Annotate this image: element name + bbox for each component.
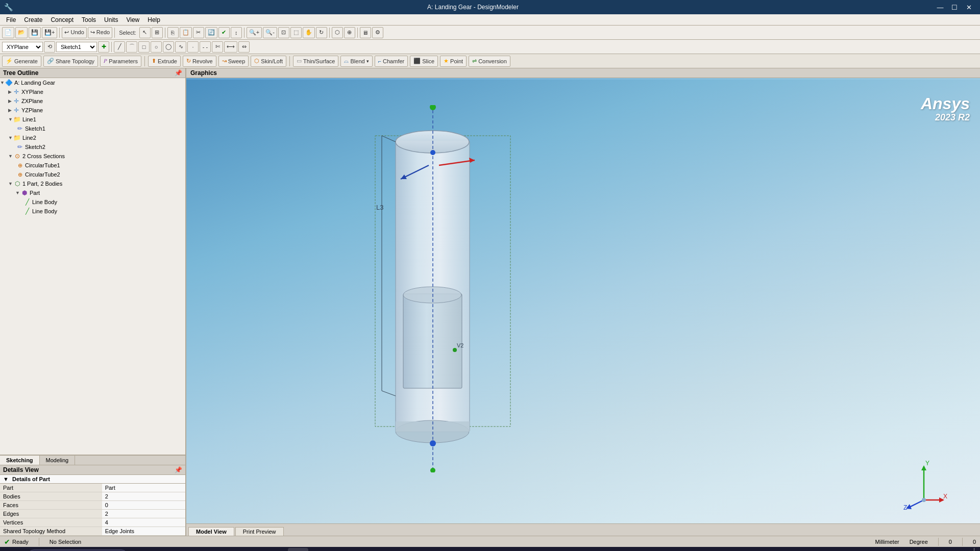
maximize-button[interactable]: ☐ xyxy=(947,0,962,14)
sweep-button[interactable]: ↝ Sweep xyxy=(218,56,249,67)
mirror-btn[interactable]: ⇔ xyxy=(238,41,250,53)
tree-item-linebody2[interactable]: ╱ Line Body xyxy=(0,207,185,216)
skin-loft-button[interactable]: ⬡ Skin/Loft xyxy=(251,56,286,67)
tree-item-yzplane[interactable]: ▶ ✛ YZPlane xyxy=(0,106,185,115)
tree-pin-icon[interactable]: 📌 xyxy=(175,69,182,77)
taskbar-app-dm[interactable]: DM xyxy=(288,548,308,551)
tree-item-part-bodies[interactable]: ▼ ⬡ 1 Part, 2 Bodies xyxy=(0,179,185,188)
taskbar-app-chrome[interactable] xyxy=(176,548,196,551)
task-view-button[interactable] xyxy=(131,548,151,551)
display-button[interactable]: 🖥 xyxy=(360,27,371,38)
plane-orient-button[interactable]: ⟲ xyxy=(44,41,55,53)
start-button[interactable] xyxy=(4,548,24,551)
tab-model-view[interactable]: Model View xyxy=(188,527,234,536)
extend-btn[interactable]: ⟷ xyxy=(224,41,237,53)
save-button[interactable]: 💾 xyxy=(29,27,41,38)
tab-sketching[interactable]: Sketching xyxy=(0,456,40,465)
tree-item-linebody1[interactable]: ╱ Line Body xyxy=(0,197,185,207)
tree-item-sketch1[interactable]: ✏ Sketch1 xyxy=(0,124,185,133)
parameters-button[interactable]: 𝑃 Parameters xyxy=(100,56,141,67)
conversion-button[interactable]: ⇌ Conversion xyxy=(469,56,510,67)
menu-help[interactable]: Help xyxy=(143,15,164,24)
save-all-button[interactable]: 💾+ xyxy=(42,27,57,38)
blend-button[interactable]: ⌓ Blend ▾ xyxy=(340,56,372,67)
paste-button[interactable]: 📋 xyxy=(180,27,192,38)
revolve-button[interactable]: ↻ Revolve xyxy=(183,56,216,67)
canvas-area[interactable]: Ansys 2023 R2 xyxy=(186,80,980,536)
extrude-button[interactable]: ⬆ Extrude xyxy=(148,56,181,67)
expand-root[interactable]: ▼ xyxy=(0,80,5,85)
ellipse-btn[interactable]: ◯ xyxy=(163,41,174,53)
menu-file[interactable]: File xyxy=(2,15,20,24)
tree-item-part[interactable]: ▼ ⬢ Part xyxy=(0,188,185,197)
spline-btn[interactable]: ∿ xyxy=(175,41,186,53)
tree-item-crosssections[interactable]: ▼ ⊙ 2 Cross Sections xyxy=(0,152,185,161)
minimize-button[interactable]: — xyxy=(933,0,947,14)
orient-button[interactable]: ⊕ xyxy=(344,27,355,38)
tab-modeling[interactable]: Modeling xyxy=(40,456,76,465)
tree-item-circulartube1[interactable]: ⊕ CircularTube1 xyxy=(0,161,185,170)
tree-item-xyplane[interactable]: ▶ ✛ XYPlane xyxy=(0,87,185,96)
zoom-box-button[interactable]: ⬚ xyxy=(290,27,302,38)
tree-item-root[interactable]: ▼ 🔷 A: Landing Gear xyxy=(0,78,185,87)
menu-concept[interactable]: Concept xyxy=(46,15,78,24)
tree-item-line1[interactable]: ▼ 📁 Line1 xyxy=(0,115,185,124)
menu-units[interactable]: Units xyxy=(100,15,122,24)
open-button[interactable]: 📂 xyxy=(15,27,28,38)
zoom-in-button[interactable]: 🔍+ xyxy=(247,27,262,38)
model-viewport[interactable]: L3 V2 xyxy=(339,105,697,472)
expand-partbodies[interactable]: ▼ xyxy=(8,181,13,186)
menu-view[interactable]: View xyxy=(122,15,143,24)
new-sketch-button[interactable]: ✚ xyxy=(98,41,109,53)
taskbar-app-wb[interactable]: WB xyxy=(265,548,286,551)
select-mode-1[interactable]: ↖ xyxy=(139,27,151,38)
view3d-button[interactable]: ⬡ xyxy=(332,27,343,38)
share-topology-button[interactable]: 🔗 Share Topology xyxy=(43,56,98,67)
copy-button[interactable]: ⎘ xyxy=(167,27,179,38)
redo-button[interactable]: ↪ Redo xyxy=(88,27,112,38)
tree-item-zxplane[interactable]: ▶ ✛ ZXPlane xyxy=(0,96,185,106)
section-expand-icon[interactable]: ▼ xyxy=(3,476,9,482)
cut-button[interactable]: ✂ xyxy=(193,27,204,38)
taskbar-app-word[interactable]: W xyxy=(198,548,218,551)
taskbar-app-explorer[interactable] xyxy=(153,548,174,551)
plane-selector[interactable]: XYPlane ZXPlane YZPlane xyxy=(2,42,43,52)
expand-crosssections[interactable]: ▼ xyxy=(8,154,13,159)
point-button[interactable]: ★ Point xyxy=(440,56,467,67)
new-button[interactable]: 📄 xyxy=(2,27,14,38)
green-button[interactable]: ✔ xyxy=(218,27,230,38)
menu-create[interactable]: Create xyxy=(20,15,46,24)
chamfer-button[interactable]: ⌐ Chamfer xyxy=(375,56,408,67)
line-btn[interactable]: ╱ xyxy=(114,41,125,53)
tab-print-preview[interactable]: Print Preview xyxy=(235,527,284,536)
expand-part[interactable]: ▼ xyxy=(15,190,20,195)
extra-button[interactable]: ⚙ xyxy=(372,27,383,38)
zoom-out-button[interactable]: 🔍- xyxy=(263,27,277,38)
taskbar-app-2[interactable]: W xyxy=(243,548,263,551)
sketch-selector[interactable]: Sketch1 Sketch2 xyxy=(56,42,97,52)
ref-button[interactable]: 🔄 xyxy=(205,27,217,38)
tree-item-sketch2[interactable]: ✏ Sketch2 xyxy=(0,142,185,152)
pan-button[interactable]: ✋ xyxy=(303,27,315,38)
undo-button[interactable]: ↩ Undo xyxy=(62,27,86,38)
construction-btn[interactable]: - - xyxy=(200,41,211,53)
fit-button[interactable]: ⊡ xyxy=(278,27,289,38)
taskbar-app-1[interactable]: A xyxy=(220,548,241,551)
slice-button[interactable]: ⬛ Slice xyxy=(410,56,438,67)
tree-item-circulartube2[interactable]: ⊕ CircularTube2 xyxy=(0,170,185,179)
move-button[interactable]: ↕ xyxy=(231,27,242,38)
close-button[interactable]: ✕ xyxy=(962,0,976,14)
generate-button[interactable]: ⚡ Generate xyxy=(2,56,41,67)
details-pin-icon[interactable]: 📌 xyxy=(175,466,182,473)
trim-btn[interactable]: ✄ xyxy=(212,41,223,53)
tree-item-line2[interactable]: ▼ 📁 Line2 xyxy=(0,133,185,142)
details-value-part[interactable]: Part xyxy=(102,484,185,492)
expand-line1[interactable]: ▼ xyxy=(8,117,13,122)
menu-tools[interactable]: Tools xyxy=(78,15,100,24)
expand-line2[interactable]: ▼ xyxy=(8,135,13,140)
rect-btn[interactable]: □ xyxy=(138,41,150,53)
thin-surface-button[interactable]: ▭ Thin/Surface xyxy=(293,56,338,67)
graphics-panel[interactable]: Graphics Ansys 2023 R2 xyxy=(186,68,980,536)
circle-btn[interactable]: ○ xyxy=(151,41,162,53)
show-desktop-button[interactable] xyxy=(974,548,976,551)
